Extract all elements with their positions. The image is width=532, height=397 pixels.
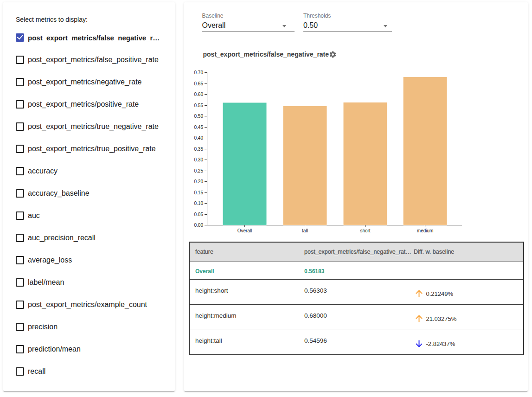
svg-text:0.60: 0.60: [194, 92, 204, 97]
svg-text:0.70: 0.70: [194, 70, 204, 75]
svg-text:0.00: 0.00: [194, 223, 204, 228]
svg-text:0.15: 0.15: [194, 190, 204, 195]
svg-text:0.40: 0.40: [194, 135, 204, 141]
svg-text:0.10: 0.10: [194, 201, 204, 206]
svg-text:tall: tall: [302, 228, 308, 233]
svg-text:medium: medium: [417, 228, 434, 233]
svg-text:0.35: 0.35: [194, 147, 204, 152]
svg-text:0.20: 0.20: [194, 179, 204, 184]
svg-text:0.45: 0.45: [194, 125, 204, 130]
svg-text:Overall: Overall: [237, 228, 252, 233]
svg-text:0.05: 0.05: [194, 212, 204, 217]
svg-text:short: short: [360, 228, 370, 233]
svg-text:0.30: 0.30: [194, 157, 204, 162]
svg-text:0.50: 0.50: [194, 114, 204, 119]
svg-text:0.25: 0.25: [194, 168, 204, 173]
svg-text:0.65: 0.65: [194, 81, 204, 86]
svg-text:0.55: 0.55: [194, 103, 204, 108]
